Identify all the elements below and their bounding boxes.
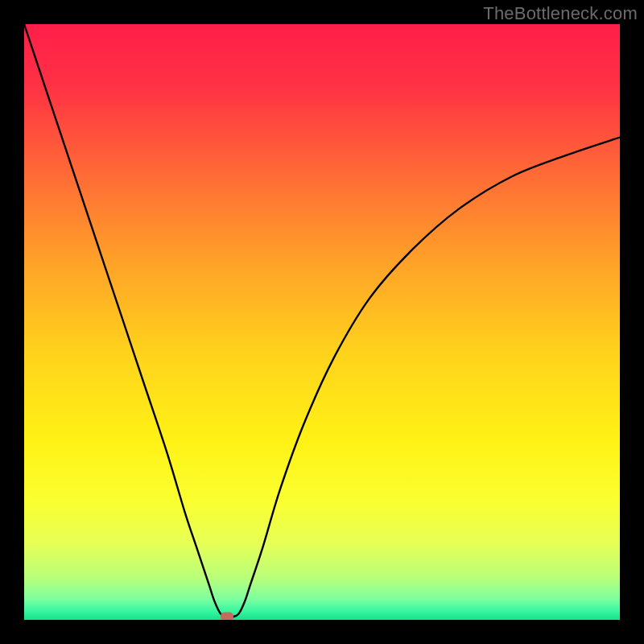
bottleneck-curve: [24, 24, 620, 617]
plot-area: [24, 24, 620, 620]
curve-layer: [24, 24, 620, 620]
chart-frame: TheBottleneck.com: [0, 0, 644, 644]
watermark-text: TheBottleneck.com: [483, 3, 638, 24]
minimum-marker: [221, 613, 233, 620]
